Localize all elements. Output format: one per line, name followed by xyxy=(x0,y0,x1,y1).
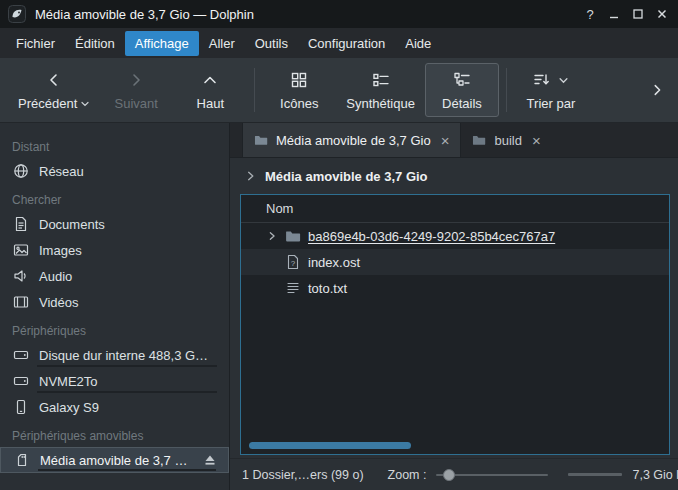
section-header-peripheriques-amovibles: Périphériques amovibles xyxy=(0,420,229,447)
column-header-nom[interactable]: Nom xyxy=(241,195,669,223)
caret-down-icon xyxy=(81,101,89,107)
tab-label: Média amovible de 3,7 Gio xyxy=(276,133,431,148)
sort-by-label: Trier par xyxy=(527,96,576,111)
tab-media-amovible[interactable]: Média amovible de 3,7 Gio × xyxy=(242,123,461,157)
sidebar-item-galaxy-s9[interactable]: Galaxy S9 xyxy=(0,394,229,420)
chevron-right-icon xyxy=(128,69,144,91)
window-controls: ? xyxy=(578,3,674,25)
sidebar-item-label: Images xyxy=(39,243,82,258)
chevron-up-icon xyxy=(202,69,218,91)
zoom-slider-handle[interactable] xyxy=(443,469,455,481)
file-row-toto-txt[interactable]: toto.txt xyxy=(241,275,669,301)
zoom-label: Zoom : xyxy=(388,468,427,482)
sidebar-item-documents[interactable]: Documents xyxy=(0,211,229,237)
file-name: toto.txt xyxy=(308,281,347,296)
sidebar-item-label: Documents xyxy=(39,217,105,232)
app-icon xyxy=(8,5,26,23)
breadcrumb-location[interactable]: Média amovible de 3,7 Gio xyxy=(265,169,428,184)
close-button[interactable] xyxy=(650,3,674,25)
eject-icon[interactable] xyxy=(202,452,218,468)
sort-by-button[interactable]: Trier par xyxy=(514,63,588,117)
svg-text:?: ? xyxy=(291,259,296,268)
main-view: Média amovible de 3,7 Gio × build × Médi… xyxy=(230,123,678,490)
minimize-icon xyxy=(607,7,621,21)
caret-down-icon xyxy=(559,77,568,84)
sidebar-item-media-amovible[interactable]: Média amovible de 3,7 … xyxy=(0,447,229,473)
hard-drive-icon xyxy=(13,373,29,389)
menubar: Fichier Édition Affichage Aller Outils C… xyxy=(0,28,678,58)
places-panel: Distant Réseau Chercher Documents Images xyxy=(0,123,230,490)
sd-card-icon xyxy=(14,452,30,468)
sidebar-item-label: Vidéos xyxy=(39,295,79,310)
details-view-button[interactable]: Détails xyxy=(425,63,499,117)
maximize-button[interactable] xyxy=(626,3,650,25)
menu-item-configuration[interactable]: Configuration xyxy=(298,31,395,56)
free-space-bar xyxy=(568,473,622,476)
icons-view-label: Icônes xyxy=(280,96,318,111)
content-area: Distant Réseau Chercher Documents Images xyxy=(0,123,678,490)
tab-label: build xyxy=(494,133,521,148)
disk-usage-bar xyxy=(38,469,216,471)
file-row-folder[interactable]: ba869e4b-03d6-4249-9202-85b4cec767a7 xyxy=(241,223,669,249)
file-name: index.ost xyxy=(308,255,360,270)
sort-icon xyxy=(534,69,550,91)
close-icon xyxy=(655,7,669,21)
menu-item-fichier[interactable]: Fichier xyxy=(6,31,65,56)
file-view: Nom ba869e4b-03d6-4249-9202-85b4cec767a7… xyxy=(240,194,670,455)
tab-close-icon[interactable]: × xyxy=(441,132,450,149)
menu-item-aide[interactable]: Aide xyxy=(395,31,441,56)
file-row-index-ost[interactable]: ? index.ost xyxy=(241,249,669,275)
status-bar: 1 Dossier,…ers (99 o) Zoom : 7,3 Gio lib… xyxy=(230,458,678,490)
menu-item-outils[interactable]: Outils xyxy=(245,31,298,56)
minimize-button[interactable] xyxy=(602,3,626,25)
menu-item-aller[interactable]: Aller xyxy=(199,31,245,56)
menu-item-edition[interactable]: Édition xyxy=(65,31,125,56)
up-button[interactable]: Haut xyxy=(173,63,247,117)
sidebar-item-nvme2to[interactable]: NVME2To xyxy=(0,368,229,394)
toolbar: Précédent Suivant Haut Icônes xyxy=(0,58,678,123)
details-view-icon xyxy=(454,69,470,91)
forward-label: Suivant xyxy=(115,96,158,111)
sidebar-item-disque-interne[interactable]: Disque dur interne 488,3 G… xyxy=(0,342,229,368)
images-icon xyxy=(13,242,29,258)
section-header-chercher: Chercher xyxy=(0,184,229,211)
sidebar-item-audio[interactable]: Audio xyxy=(0,263,229,289)
free-space-label: 7,3 Gio libre(s) xyxy=(632,468,678,482)
documents-icon xyxy=(13,216,29,232)
menu-item-affichage[interactable]: Affichage xyxy=(125,31,199,56)
folder-icon xyxy=(472,133,486,147)
toolbar-separator xyxy=(506,68,507,112)
compact-view-icon xyxy=(373,69,389,91)
expand-icon[interactable] xyxy=(265,230,278,243)
hard-drive-icon xyxy=(13,347,29,363)
sidebar-item-images[interactable]: Images xyxy=(0,237,229,263)
folder-icon xyxy=(254,133,268,147)
horizontal-scrollbar[interactable] xyxy=(249,442,411,449)
status-summary: 1 Dossier,…ers (99 o) xyxy=(242,468,364,482)
forward-button: Suivant xyxy=(99,63,173,117)
back-button[interactable]: Précédent xyxy=(8,63,99,117)
text-file-icon xyxy=(285,280,301,296)
sidebar-item-label: Réseau xyxy=(39,164,84,179)
help-icon: ? xyxy=(586,7,593,22)
breadcrumb: Média amovible de 3,7 Gio xyxy=(230,158,678,194)
tab-close-icon[interactable]: × xyxy=(532,132,541,149)
compact-view-label: Synthétique xyxy=(346,96,415,111)
compact-view-button[interactable]: Synthétique xyxy=(336,63,425,117)
network-icon xyxy=(13,163,29,179)
disk-usage-bar xyxy=(37,391,217,393)
titlebar: Média amovible de 3,7 Gio — Dolphin ? xyxy=(0,0,678,28)
toolbar-separator xyxy=(254,68,255,112)
section-header-distant: Distant xyxy=(0,131,229,158)
toolbar-overflow-button[interactable] xyxy=(644,70,670,110)
file-name: ba869e4b-03d6-4249-9202-85b4cec767a7 xyxy=(308,229,555,244)
sidebar-item-reseau[interactable]: Réseau xyxy=(0,158,229,184)
chevron-right-icon xyxy=(650,82,664,98)
chevron-right-icon xyxy=(245,170,256,182)
sidebar-item-videos[interactable]: Vidéos xyxy=(0,289,229,315)
icons-view-button[interactable]: Icônes xyxy=(262,63,336,117)
zoom-slider[interactable] xyxy=(436,468,548,482)
tab-build[interactable]: build × xyxy=(461,123,551,157)
up-label: Haut xyxy=(197,96,224,111)
help-button[interactable]: ? xyxy=(578,3,602,25)
